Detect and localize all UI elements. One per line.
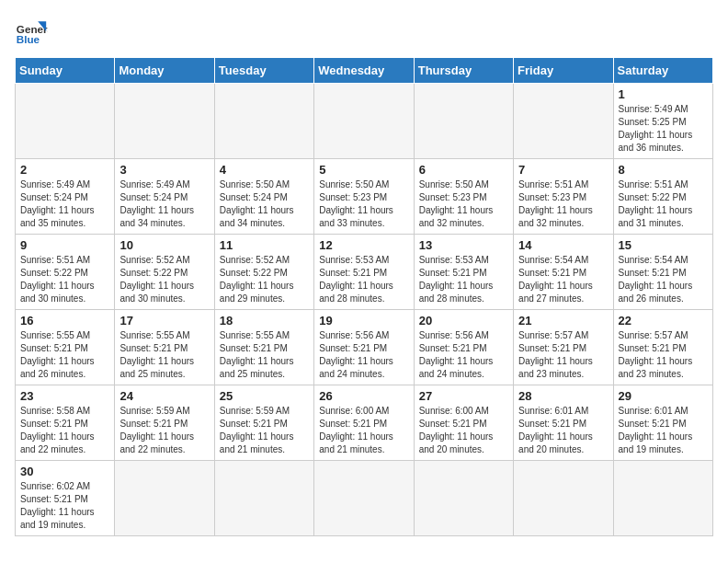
calendar-cell: 17Sunrise: 5:55 AM Sunset: 5:21 PM Dayli…: [115, 310, 214, 385]
calendar-cell: [414, 461, 513, 536]
calendar-cell: 4Sunrise: 5:50 AM Sunset: 5:24 PM Daylig…: [214, 159, 313, 235]
day-number: 11: [220, 238, 309, 252]
calendar-cell: 3Sunrise: 5:49 AM Sunset: 5:24 PM Daylig…: [115, 159, 214, 235]
calendar-cell: [115, 461, 214, 536]
calendar-cell: 24Sunrise: 5:59 AM Sunset: 5:21 PM Dayli…: [115, 385, 214, 461]
calendar-cell: 12Sunrise: 5:53 AM Sunset: 5:21 PM Dayli…: [314, 235, 414, 310]
day-number: 10: [119, 238, 209, 252]
calendar-week-3: 9Sunrise: 5:51 AM Sunset: 5:22 PM Daylig…: [16, 235, 713, 310]
day-number: 3: [119, 163, 209, 177]
day-number: 6: [419, 163, 508, 177]
calendar-cell: 18Sunrise: 5:55 AM Sunset: 5:21 PM Dayli…: [214, 310, 313, 385]
day-number: 9: [20, 238, 109, 252]
day-number: 18: [220, 314, 309, 327]
cell-info: Sunrise: 5:50 AM Sunset: 5:23 PM Dayligh…: [319, 178, 408, 230]
calendar-table: SundayMondayTuesdayWednesdayThursdayFrid…: [15, 57, 713, 536]
cell-info: Sunrise: 5:51 AM Sunset: 5:22 PM Dayligh…: [20, 254, 109, 305]
day-number: 17: [119, 314, 209, 327]
calendar-cell: [214, 84, 313, 159]
calendar-cell: [514, 461, 613, 536]
calendar-week-1: 1Sunrise: 5:49 AM Sunset: 5:25 PM Daylig…: [16, 84, 713, 159]
day-number: 2: [20, 163, 109, 177]
calendar-cell: 10Sunrise: 5:52 AM Sunset: 5:22 PM Dayli…: [115, 235, 214, 310]
calendar-cell: 2Sunrise: 5:49 AM Sunset: 5:24 PM Daylig…: [16, 159, 115, 235]
cell-info: Sunrise: 5:51 AM Sunset: 5:23 PM Dayligh…: [518, 178, 608, 230]
calendar-cell: 29Sunrise: 6:01 AM Sunset: 5:21 PM Dayli…: [613, 385, 712, 461]
cell-info: Sunrise: 5:49 AM Sunset: 5:24 PM Dayligh…: [119, 178, 209, 230]
calendar-cell: 28Sunrise: 6:01 AM Sunset: 5:21 PM Dayli…: [514, 385, 613, 461]
calendar-cell: 20Sunrise: 5:56 AM Sunset: 5:21 PM Dayli…: [414, 310, 513, 385]
calendar-cell: 26Sunrise: 6:00 AM Sunset: 5:21 PM Dayli…: [314, 385, 414, 461]
day-number: 13: [419, 238, 508, 252]
weekday-wednesday: Wednesday: [314, 58, 414, 84]
calendar-week-5: 23Sunrise: 5:58 AM Sunset: 5:21 PM Dayli…: [16, 385, 713, 461]
day-number: 19: [319, 314, 408, 327]
calendar-cell: [115, 84, 214, 159]
cell-info: Sunrise: 5:49 AM Sunset: 5:24 PM Dayligh…: [20, 178, 109, 230]
calendar-cell: 19Sunrise: 5:56 AM Sunset: 5:21 PM Dayli…: [314, 310, 414, 385]
day-number: 30: [20, 465, 109, 478]
cell-info: Sunrise: 6:00 AM Sunset: 5:21 PM Dayligh…: [319, 405, 408, 456]
day-number: 26: [319, 389, 408, 403]
calendar-cell: 1Sunrise: 5:49 AM Sunset: 5:25 PM Daylig…: [613, 84, 712, 159]
calendar-cell: 8Sunrise: 5:51 AM Sunset: 5:22 PM Daylig…: [613, 159, 712, 235]
day-number: 7: [518, 163, 608, 177]
calendar-cell: [514, 84, 613, 159]
weekday-saturday: Saturday: [613, 58, 712, 84]
calendar-cell: 30Sunrise: 6:02 AM Sunset: 5:21 PM Dayli…: [16, 461, 115, 536]
calendar-week-4: 16Sunrise: 5:55 AM Sunset: 5:21 PM Dayli…: [16, 310, 713, 385]
calendar-cell: 6Sunrise: 5:50 AM Sunset: 5:23 PM Daylig…: [414, 159, 513, 235]
calendar-cell: [314, 84, 414, 159]
day-number: 15: [619, 238, 708, 252]
cell-info: Sunrise: 5:49 AM Sunset: 5:25 PM Dayligh…: [619, 103, 708, 155]
cell-info: Sunrise: 5:55 AM Sunset: 5:21 PM Dayligh…: [20, 329, 109, 381]
calendar-cell: 7Sunrise: 5:51 AM Sunset: 5:23 PM Daylig…: [514, 159, 613, 235]
cell-info: Sunrise: 5:59 AM Sunset: 5:21 PM Dayligh…: [119, 405, 209, 456]
cell-info: Sunrise: 5:56 AM Sunset: 5:21 PM Dayligh…: [319, 329, 408, 381]
cell-info: Sunrise: 6:02 AM Sunset: 5:21 PM Dayligh…: [20, 480, 109, 532]
day-number: 25: [220, 389, 309, 403]
cell-info: Sunrise: 5:54 AM Sunset: 5:21 PM Dayligh…: [518, 254, 608, 305]
calendar-cell: 27Sunrise: 6:00 AM Sunset: 5:21 PM Dayli…: [414, 385, 513, 461]
cell-info: Sunrise: 5:57 AM Sunset: 5:21 PM Dayligh…: [619, 329, 708, 381]
calendar-cell: 14Sunrise: 5:54 AM Sunset: 5:21 PM Dayli…: [514, 235, 613, 310]
cell-info: Sunrise: 5:52 AM Sunset: 5:22 PM Dayligh…: [220, 254, 309, 305]
calendar-cell: 23Sunrise: 5:58 AM Sunset: 5:21 PM Dayli…: [16, 385, 115, 461]
calendar-cell: [414, 84, 513, 159]
weekday-monday: Monday: [115, 58, 214, 84]
calendar-cell: 9Sunrise: 5:51 AM Sunset: 5:22 PM Daylig…: [16, 235, 115, 310]
calendar-cell: [214, 461, 313, 536]
day-number: 23: [20, 389, 109, 403]
weekday-thursday: Thursday: [414, 58, 513, 84]
calendar-cell: 13Sunrise: 5:53 AM Sunset: 5:21 PM Dayli…: [414, 235, 513, 310]
cell-info: Sunrise: 5:56 AM Sunset: 5:21 PM Dayligh…: [419, 329, 508, 381]
weekday-tuesday: Tuesday: [214, 58, 313, 84]
weekday-sunday: Sunday: [16, 58, 115, 84]
day-number: 1: [619, 87, 708, 101]
day-number: 14: [518, 238, 608, 252]
day-number: 28: [518, 389, 608, 403]
day-number: 5: [319, 163, 408, 177]
day-number: 12: [319, 238, 408, 252]
day-number: 20: [419, 314, 508, 327]
calendar-cell: 25Sunrise: 5:59 AM Sunset: 5:21 PM Dayli…: [214, 385, 313, 461]
calendar-cell: 5Sunrise: 5:50 AM Sunset: 5:23 PM Daylig…: [314, 159, 414, 235]
cell-info: Sunrise: 5:55 AM Sunset: 5:21 PM Dayligh…: [220, 329, 309, 381]
day-number: 21: [518, 314, 608, 327]
calendar-cell: [613, 461, 712, 536]
cell-info: Sunrise: 5:55 AM Sunset: 5:21 PM Dayligh…: [119, 329, 209, 381]
day-number: 24: [119, 389, 209, 403]
weekday-header-row: SundayMondayTuesdayWednesdayThursdayFrid…: [16, 58, 713, 84]
cell-info: Sunrise: 5:52 AM Sunset: 5:22 PM Dayligh…: [119, 254, 209, 305]
cell-info: Sunrise: 6:00 AM Sunset: 5:21 PM Dayligh…: [419, 405, 508, 456]
page-header: General Blue: [15, 15, 713, 48]
calendar-cell: 15Sunrise: 5:54 AM Sunset: 5:21 PM Dayli…: [613, 235, 712, 310]
calendar-cell: 21Sunrise: 5:57 AM Sunset: 5:21 PM Dayli…: [514, 310, 613, 385]
day-number: 22: [619, 314, 708, 327]
day-number: 29: [619, 389, 708, 403]
day-number: 16: [20, 314, 109, 327]
day-number: 4: [220, 163, 309, 177]
calendar-cell: 16Sunrise: 5:55 AM Sunset: 5:21 PM Dayli…: [16, 310, 115, 385]
cell-info: Sunrise: 5:53 AM Sunset: 5:21 PM Dayligh…: [419, 254, 508, 305]
day-number: 8: [619, 163, 708, 177]
